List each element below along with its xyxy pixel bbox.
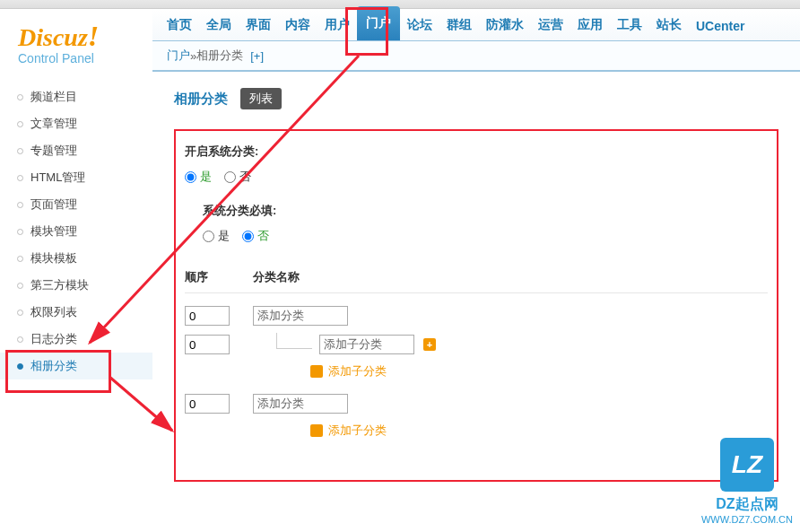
nav-tab[interactable]: 工具 — [610, 10, 649, 40]
nav-tab[interactable]: 运营 — [531, 10, 570, 40]
logo: Discuz! Control Panel — [0, 20, 152, 83]
breadcrumb-root[interactable]: 门户 — [167, 48, 190, 64]
enable-label: 开启系统分类: — [185, 144, 768, 160]
sidebar-item[interactable]: 专题管理 — [0, 137, 152, 164]
required-no[interactable]: 否 — [242, 228, 269, 244]
required-label: 系统分类必填: — [203, 203, 768, 219]
add-icon[interactable]: + — [310, 365, 323, 378]
add-subcategory-link[interactable]: 添加子分类 — [328, 423, 387, 439]
nav-tab[interactable]: UCenter — [689, 12, 752, 40]
required-yes[interactable]: 是 — [203, 228, 230, 244]
tab-list[interactable]: 列表 — [240, 88, 282, 109]
add-subcategory-link[interactable]: 添加子分类 — [328, 363, 387, 379]
settings-form: 开启系统分类: 是 否 系统分类必填: 是 否 顺序 分类名称 — [174, 129, 778, 482]
add-icon[interactable]: + — [423, 338, 436, 351]
nav-tab[interactable]: 群组 — [439, 10, 479, 40]
tab-category[interactable]: 相册分类 — [174, 91, 228, 108]
category-name-input[interactable] — [253, 306, 348, 326]
sidebar-item[interactable]: 相册分类 — [0, 353, 152, 379]
nav-tab[interactable]: 站长 — [649, 10, 689, 40]
nav-tab[interactable]: 防灌水 — [479, 10, 531, 40]
order-input[interactable] — [185, 394, 230, 414]
col-name: 分类名称 — [253, 269, 768, 285]
add-icon[interactable]: + — [310, 424, 323, 437]
sidebar-item[interactable]: HTML管理 — [0, 164, 152, 191]
nav-tab[interactable]: 全局 — [199, 10, 239, 40]
table-row — [185, 394, 768, 414]
nav-tab[interactable]: 首页 — [160, 10, 199, 40]
nav-tab[interactable]: 内容 — [278, 10, 317, 40]
sidebar-item[interactable]: 权限列表 — [0, 299, 152, 326]
order-input[interactable] — [185, 335, 230, 354]
sidebar-item[interactable]: 第三方模块 — [0, 272, 152, 299]
nav-tab[interactable]: 界面 — [239, 10, 278, 40]
sidebar-item[interactable]: 频道栏目 — [0, 83, 152, 110]
category-name-input[interactable] — [253, 394, 348, 414]
sidebar-item[interactable]: 页面管理 — [0, 191, 152, 218]
breadcrumb: 门户 » 相册分类 [+] — [152, 41, 800, 72]
nav-tab[interactable]: 门户 — [357, 6, 400, 40]
enable-yes[interactable]: 是 — [185, 169, 212, 185]
col-order: 顺序 — [185, 269, 253, 285]
breadcrumb-current: 相册分类 — [196, 48, 243, 64]
breadcrumb-expand[interactable]: [+] — [250, 49, 264, 63]
watermark: LZ DZ起点网 WWW.DZ7.COM.CN — [701, 438, 793, 525]
subcategory-name-input[interactable] — [319, 335, 414, 354]
sidebar-item[interactable]: 日志分类 — [0, 326, 152, 353]
enable-no[interactable]: 否 — [224, 169, 251, 185]
sidebar-item[interactable]: 文章管理 — [0, 110, 152, 137]
sidebar-item[interactable]: 模块模板 — [0, 245, 152, 272]
table-row: + — [185, 335, 768, 354]
nav-tab[interactable]: 应用 — [570, 10, 610, 40]
nav-tab[interactable]: 论坛 — [400, 10, 439, 40]
order-input[interactable] — [185, 306, 230, 326]
sidebar-item[interactable]: 模块管理 — [0, 218, 152, 245]
table-row — [185, 306, 768, 326]
nav-tab[interactable]: 用户 — [317, 10, 357, 40]
